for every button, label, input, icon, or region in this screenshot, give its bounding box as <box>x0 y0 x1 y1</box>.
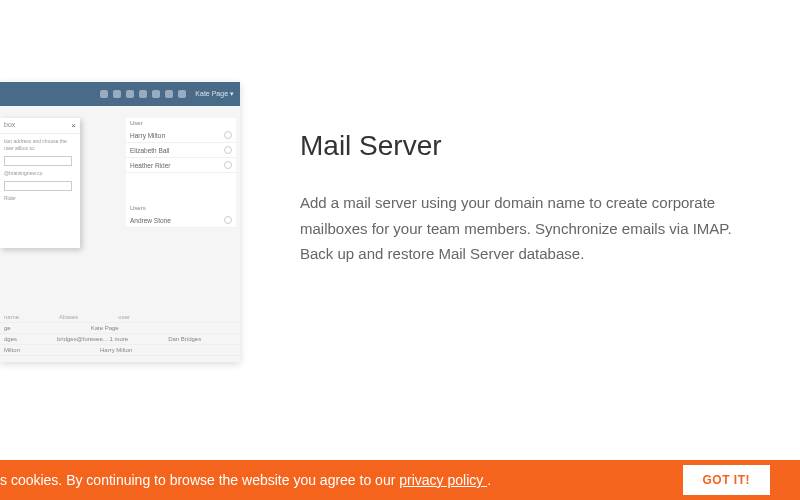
user-row: Andrew Stone <box>126 213 236 228</box>
table-row: geKate Page <box>0 323 240 334</box>
search-icon <box>126 90 134 98</box>
apps-icon <box>165 90 173 98</box>
chat-icon <box>139 90 147 98</box>
col-header: name <box>4 314 19 320</box>
user-list-header: User <box>126 118 236 128</box>
radio-icon <box>224 131 232 139</box>
user-picker: User Harry Milton Elizabeth Ball Heather… <box>126 118 236 228</box>
create-mailbox-modal: box × tion address and choose the user a… <box>0 118 80 248</box>
user-list-header: Users <box>126 203 236 213</box>
modal-hint: tion address and choose the user ailbox … <box>4 138 76 152</box>
cookie-banner: s cookies. By continuing to browse the w… <box>0 460 800 500</box>
col-header: Aliases <box>59 314 78 320</box>
radio-icon <box>224 161 232 169</box>
cookie-text: s cookies. By continuing to browse the w… <box>0 472 491 488</box>
user-row: Harry Milton <box>126 128 236 143</box>
mailbox-name-input <box>4 156 72 166</box>
got-it-button[interactable]: GOT IT! <box>683 465 771 495</box>
user-row: Elizabeth Ball <box>126 143 236 158</box>
table-row: MiltonHarry Milton <box>0 345 240 356</box>
screenshot-mail-server: Kate Page ▾ box × tion address and choos… <box>0 82 240 362</box>
modal-title: box <box>4 121 15 130</box>
domain-suffix: @brainingnew.co <box>4 170 76 177</box>
privacy-policy-link[interactable]: privacy policy <box>399 472 487 488</box>
section-description: Add a mail server using your domain name… <box>300 190 760 267</box>
avatar-icon <box>178 90 186 98</box>
col-header: user <box>118 314 130 320</box>
mailboxes-table: nameAliasesuser geKate Page dgesbridges@… <box>0 312 240 356</box>
bell-icon <box>113 90 121 98</box>
current-user: Kate Page ▾ <box>195 90 234 98</box>
mailbox-owner-input <box>4 181 72 191</box>
close-icon: × <box>71 121 76 130</box>
owner-name: Rider <box>4 195 76 202</box>
gear-icon <box>100 90 108 98</box>
app-top-bar: Kate Page ▾ <box>0 82 240 106</box>
radio-icon <box>224 146 232 154</box>
mail-icon <box>152 90 160 98</box>
section-title: Mail Server <box>300 130 760 162</box>
table-row: dgesbridges@foresee... 1 moreDan Bridges <box>0 334 240 345</box>
radio-icon <box>224 216 232 224</box>
user-row: Heather Rider <box>126 158 236 173</box>
